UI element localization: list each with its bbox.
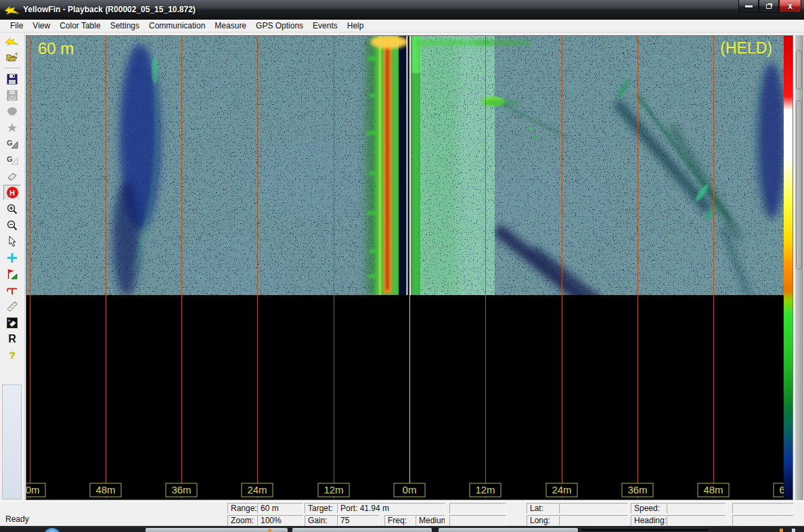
menu-color-table[interactable]: Color Table xyxy=(55,20,105,31)
hold-button[interactable]: H xyxy=(3,185,21,200)
heading-field-label: Heading: xyxy=(631,515,667,526)
zoom-field-value: 100% xyxy=(257,515,303,526)
taskbar-button[interactable] xyxy=(292,528,432,532)
freq-field-value: Medium xyxy=(416,515,445,526)
crosshair-icon[interactable] xyxy=(3,250,21,265)
svg-text:12m: 12m xyxy=(323,484,343,495)
yellowfin-app-icon xyxy=(5,5,20,18)
svg-text:G: G xyxy=(7,139,13,147)
marker-disabled-icon xyxy=(3,120,21,135)
svg-text:48m: 48m xyxy=(95,484,115,495)
blank-pane xyxy=(732,515,794,526)
gain-graph-disabled-icon: G xyxy=(3,152,21,168)
right-scrollbar[interactable] xyxy=(795,35,803,500)
blank-pane xyxy=(449,515,506,526)
clear-screen-icon[interactable] xyxy=(3,315,21,330)
menu-file[interactable]: File xyxy=(5,20,28,31)
svg-text:60m: 60m xyxy=(26,484,40,495)
heading-field-value xyxy=(667,515,726,526)
gain-graph-icon[interactable]: G xyxy=(3,136,21,152)
range-label: 60 m xyxy=(38,39,74,58)
zoom-field-label: Zoom: xyxy=(227,515,257,526)
svg-text:60m: 60m xyxy=(779,484,784,495)
eraser-icon[interactable] xyxy=(3,169,21,184)
range-field-value: 60 m xyxy=(257,503,303,514)
svg-text:0m: 0m xyxy=(403,484,417,495)
close-button[interactable]: x xyxy=(779,0,801,13)
menu-measure[interactable]: Measure xyxy=(210,20,251,31)
scrollbar-button[interactable] xyxy=(796,50,802,89)
help-icon[interactable]: ? xyxy=(3,347,21,363)
svg-text:48m: 48m xyxy=(703,484,723,495)
scrollbar-thumb[interactable] xyxy=(796,100,802,269)
ready-status: Ready xyxy=(5,514,29,524)
open-file-icon[interactable] xyxy=(3,49,21,65)
svg-text:12m: 12m xyxy=(475,484,495,495)
menu-help[interactable]: Help xyxy=(342,20,369,31)
freq-field-label: Freq: xyxy=(384,515,416,526)
save-icon[interactable] xyxy=(3,71,21,87)
flag-marker-icon[interactable] xyxy=(3,266,21,282)
long-field-value xyxy=(559,515,628,526)
range-field-label: Range: xyxy=(227,503,257,514)
long-field-label: Long: xyxy=(527,515,559,526)
device-disabled-icon xyxy=(3,104,21,119)
intensity-colorbar xyxy=(784,36,792,500)
blank-pane xyxy=(449,503,506,514)
minimize-button[interactable] xyxy=(738,0,759,13)
svg-text:24m: 24m xyxy=(552,484,571,495)
menu-events[interactable]: Events xyxy=(308,20,342,31)
speed-field-value xyxy=(667,503,726,514)
gain-field-value: 75 xyxy=(337,515,379,526)
windows-taskbar[interactable] xyxy=(0,527,804,532)
r-tool-icon[interactable]: R xyxy=(3,331,21,347)
svg-text:G: G xyxy=(7,155,13,163)
menu-gps-options[interactable]: GPS Options xyxy=(251,20,308,31)
sonar-display[interactable]: 60m 48m 36m 24m 12m 0m 12m 24m 36m 48m 6… xyxy=(26,35,793,500)
ruler-icon[interactable] xyxy=(3,298,21,314)
svg-text:24m: 24m xyxy=(247,484,267,495)
pointer-icon[interactable] xyxy=(3,234,21,249)
gain-field-label: Gain: xyxy=(305,515,337,526)
speed-field-label: Speed: xyxy=(631,503,667,514)
menu-bar: File View Color Table Settings Communica… xyxy=(0,20,804,32)
toolbar-separator xyxy=(4,68,20,68)
title-bar[interactable]: YellowFin - Playback (R00002_05_15_10.87… xyxy=(0,0,804,20)
taskbar-button-active[interactable] xyxy=(581,528,709,532)
target-field-value: Port: 41.94 m xyxy=(337,503,445,514)
tray-icon[interactable] xyxy=(268,529,271,532)
target-field-label: Target: xyxy=(305,503,337,514)
menu-communication[interactable]: Communication xyxy=(144,20,210,31)
measure-marker-icon[interactable] xyxy=(3,282,21,298)
lat-field-value xyxy=(559,503,628,514)
save-disabled-icon xyxy=(3,87,21,103)
toolbar-empty-panel xyxy=(2,384,22,500)
sonar-image: 60m 48m 36m 24m 12m 0m 12m 24m 36m 48m 6… xyxy=(26,36,784,500)
menu-settings[interactable]: Settings xyxy=(106,20,144,31)
taskbar-button[interactable] xyxy=(439,528,578,532)
svg-text:36m: 36m xyxy=(627,484,647,495)
yellowfin-window: YellowFin - Playback (R00002_05_15_10.87… xyxy=(0,0,804,532)
svg-text:36m: 36m xyxy=(171,484,191,495)
tray-icon[interactable] xyxy=(780,529,783,532)
status-bar: Ready Range: 60 m Zoom: 100% Target: Por… xyxy=(0,501,804,526)
zoom-in-icon[interactable] xyxy=(3,201,21,217)
left-toolbar: G G H xyxy=(0,32,25,502)
window-title: YellowFin - Playback (R00002_05_15_10.87… xyxy=(23,5,196,14)
restore-button[interactable] xyxy=(759,0,779,13)
taskbar-button[interactable] xyxy=(146,528,288,532)
lat-field-label: Lat: xyxy=(527,503,559,514)
zoom-out-icon[interactable] xyxy=(3,217,21,233)
tray-icon[interactable] xyxy=(792,529,795,532)
blank-pane xyxy=(732,503,794,514)
held-status-label: (HELD) xyxy=(720,39,772,58)
menu-view[interactable]: View xyxy=(28,20,55,31)
yellowfin-logo-icon[interactable] xyxy=(3,33,21,49)
start-orb[interactable] xyxy=(43,528,61,532)
